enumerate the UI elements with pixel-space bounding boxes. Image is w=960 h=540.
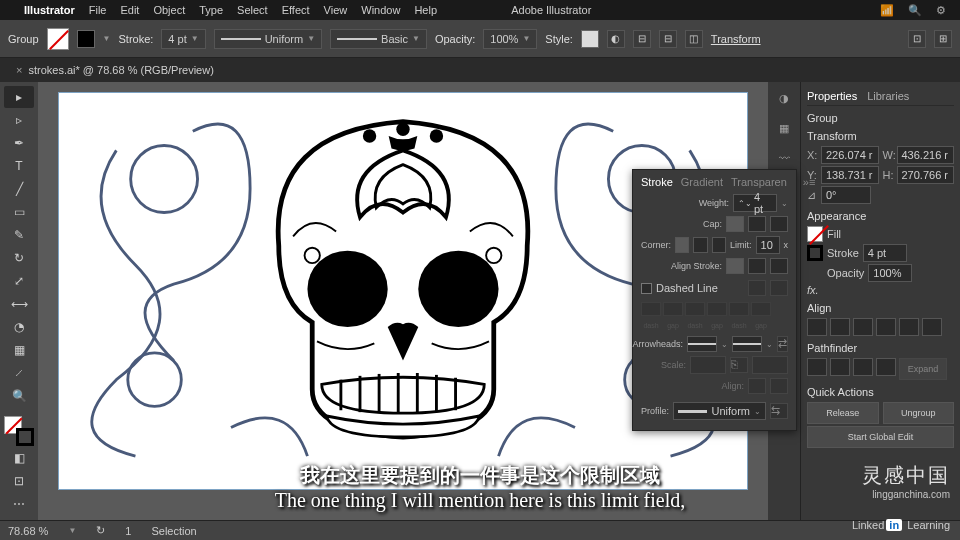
global-edit-button[interactable]: Start Global Edit <box>807 426 954 448</box>
appearance-stroke-swatch[interactable] <box>807 245 823 261</box>
cap-butt-button[interactable] <box>726 216 744 232</box>
transform-x-field[interactable]: 226.074 r <box>821 146 879 164</box>
transform-link[interactable]: Transform <box>711 33 761 45</box>
edit-toolbar-icon[interactable]: ⋯ <box>4 493 34 515</box>
screen-mode-icon[interactable]: ⊡ <box>4 470 34 492</box>
pathfinder-exclude-button[interactable] <box>876 358 896 376</box>
stroke-swatch[interactable] <box>77 30 95 48</box>
fx-label[interactable]: fx. <box>807 284 819 296</box>
stroke-profile-dropdown[interactable]: Uniform▼ <box>214 29 322 49</box>
appearance-stroke-weight[interactable]: 4 pt <box>863 244 907 262</box>
dash-field-1[interactable] <box>641 302 661 316</box>
release-button[interactable]: Release <box>807 402 879 424</box>
panel-menu-icon[interactable]: »≡ <box>803 176 816 188</box>
direct-selection-tool[interactable]: ▹ <box>4 109 34 131</box>
gap-field-3[interactable] <box>751 302 771 316</box>
document-tab[interactable]: strokes.ai* @ 78.68 % (RGB/Preview) <box>28 64 213 76</box>
appearance-opacity-field[interactable]: 100% <box>868 264 912 282</box>
profile-dropdown[interactable]: Uniform⌄ <box>673 402 766 420</box>
menu-object[interactable]: Object <box>153 4 185 16</box>
flip-profile-icon[interactable]: ⇆ <box>770 403 788 419</box>
gap-field-2[interactable] <box>707 302 727 316</box>
align-vcenter-button[interactable] <box>899 318 919 336</box>
align-arrow-1-button[interactable] <box>748 378 766 394</box>
align-left-button[interactable] <box>807 318 827 336</box>
align-outside-button[interactable] <box>770 258 788 274</box>
menu-help[interactable]: Help <box>414 4 437 16</box>
brushes-panel-icon[interactable]: 〰 <box>774 148 794 168</box>
menu-select[interactable]: Select <box>237 4 268 16</box>
chevron-down-icon[interactable]: ▼ <box>103 34 111 43</box>
tab-close-button[interactable]: × <box>16 64 22 76</box>
scale-tool[interactable]: ⤢ <box>4 270 34 292</box>
dash-align-button-2[interactable] <box>770 280 788 296</box>
gradient-tool[interactable]: ▦ <box>4 339 34 361</box>
dash-field-3[interactable] <box>729 302 749 316</box>
rectangle-tool[interactable]: ▭ <box>4 201 34 223</box>
brush-dropdown[interactable]: Basic▼ <box>330 29 427 49</box>
gradient-tab[interactable]: Gradient <box>681 176 723 188</box>
arrowhead-start-dropdown[interactable] <box>687 336 717 352</box>
transform-w-field[interactable]: 436.216 r <box>897 146 955 164</box>
align-top-button[interactable] <box>876 318 896 336</box>
zoom-level[interactable]: 78.68 % <box>8 525 48 537</box>
tab-libraries[interactable]: Libraries <box>867 90 909 102</box>
pathfinder-intersect-button[interactable] <box>853 358 873 376</box>
transform-h-field[interactable]: 270.766 r <box>897 166 955 184</box>
isolate-icon[interactable]: ⊡ <box>908 30 926 48</box>
stroke-weight-field[interactable]: 4 pt▼ <box>161 29 205 49</box>
stroke-tab[interactable]: Stroke <box>641 176 673 188</box>
dashed-line-checkbox[interactable] <box>641 283 652 294</box>
app-name[interactable]: Illustrator <box>24 4 75 16</box>
menu-effect[interactable]: Effect <box>282 4 310 16</box>
cap-round-button[interactable] <box>748 216 766 232</box>
tab-properties[interactable]: Properties <box>807 90 857 102</box>
paintbrush-tool[interactable]: ✎ <box>4 224 34 246</box>
scale-start-field[interactable] <box>690 356 726 374</box>
zoom-tool[interactable]: 🔍 <box>4 385 34 407</box>
color-mode-icon[interactable]: ◧ <box>4 447 34 469</box>
color-panel-icon[interactable]: ◑ <box>774 88 794 108</box>
pen-tool[interactable]: ✒ <box>4 132 34 154</box>
align-icon[interactable]: ⊟ <box>633 30 651 48</box>
align-hcenter-button[interactable] <box>830 318 850 336</box>
dash-align-button-1[interactable] <box>748 280 766 296</box>
menu-window[interactable]: Window <box>361 4 400 16</box>
opacity-field[interactable]: 100%▼ <box>483 29 537 49</box>
fill-swatch[interactable] <box>47 28 69 50</box>
artboard-nav[interactable]: 1 <box>125 525 131 537</box>
transform-y-field[interactable]: 138.731 r <box>821 166 879 184</box>
line-tool[interactable]: ╱ <box>4 178 34 200</box>
menu-file[interactable]: File <box>89 4 107 16</box>
recolor-icon[interactable]: ◐ <box>607 30 625 48</box>
swatches-panel-icon[interactable]: ▦ <box>774 118 794 138</box>
dash-field-2[interactable] <box>685 302 705 316</box>
shape-builder-tool[interactable]: ◔ <box>4 316 34 338</box>
search-icon[interactable]: 🔍 <box>908 4 922 17</box>
link-scale-icon[interactable]: ⎘ <box>730 357 748 373</box>
fill-stroke-colors[interactable] <box>4 416 34 446</box>
corner-round-button[interactable] <box>693 237 707 253</box>
transparency-tab[interactable]: Transparen <box>731 176 787 188</box>
wifi-icon[interactable]: 📶 <box>880 4 894 17</box>
gap-field-1[interactable] <box>663 302 683 316</box>
corner-bevel-button[interactable] <box>712 237 726 253</box>
menu-type[interactable]: Type <box>199 4 223 16</box>
appearance-fill-swatch[interactable] <box>807 226 823 242</box>
weight-chevron-icon[interactable]: ⌄ <box>781 199 788 208</box>
eyedropper-tool[interactable]: ⟋ <box>4 362 34 384</box>
arrange-icon[interactable]: ⊞ <box>934 30 952 48</box>
rotate-view-icon[interactable]: ↻ <box>96 524 105 537</box>
ungroup-button[interactable]: Ungroup <box>883 402 955 424</box>
menu-view[interactable]: View <box>324 4 348 16</box>
style-swatch[interactable] <box>581 30 599 48</box>
align-bottom-button[interactable] <box>922 318 942 336</box>
align-icon-2[interactable]: ⊟ <box>659 30 677 48</box>
align-center-button[interactable] <box>726 258 744 274</box>
scale-end-field[interactable] <box>752 356 788 374</box>
transform-angle-field[interactable]: 0° <box>821 186 871 204</box>
align-arrow-2-button[interactable] <box>770 378 788 394</box>
arrowhead-end-dropdown[interactable] <box>732 336 762 352</box>
shape-icon[interactable]: ◫ <box>685 30 703 48</box>
menu-edit[interactable]: Edit <box>120 4 139 16</box>
